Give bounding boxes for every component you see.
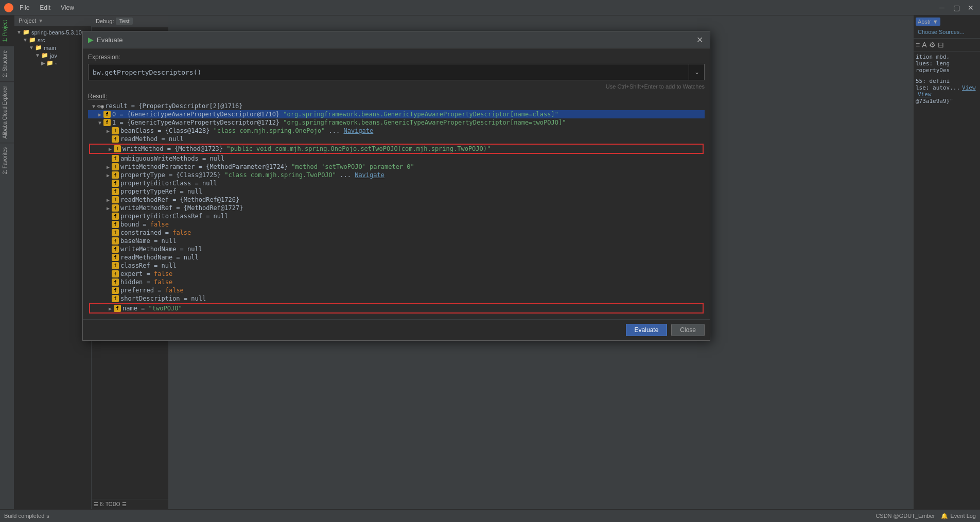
result-item-0[interactable]: f 0 = {GenericTypeAwarePropertyDescripto… — [88, 110, 705, 118]
dialog-close-button[interactable]: ✕ — [694, 34, 705, 45]
result-writemethod[interactable]: f writeMethod = {Method@1723} "public vo… — [89, 144, 704, 154]
right-panel-settings-icon[interactable]: ⚙ — [929, 41, 936, 49]
tree-item-main[interactable]: ▼ 📁 main — [14, 44, 91, 51]
item1-expand[interactable] — [96, 120, 103, 126]
propertytype-expand[interactable] — [104, 172, 112, 178]
dialog-titlebar: ▶ Evaluate ✕ — [83, 31, 710, 48]
maximize-button[interactable]: ▢ — [951, 3, 961, 13]
propertytype-navigate-link[interactable]: Navigate — [355, 171, 384, 179]
writemethod-expand[interactable] — [107, 146, 114, 152]
result-hidden[interactable]: f hidden = false — [88, 278, 705, 286]
result-expert[interactable]: f expert = false — [88, 270, 705, 278]
evaluate-icon: ▶ — [88, 36, 94, 44]
menu-file[interactable]: File — [18, 3, 31, 12]
result-writemethodref[interactable]: f writeMethodRef = {MethodRef@1727} — [88, 204, 705, 212]
dialog-title-left: ▶ Evaluate — [88, 36, 123, 44]
dialog-title-text: Evaluate — [97, 36, 123, 44]
field-icon-expert: f — [112, 270, 119, 277]
result-bound[interactable]: f bound = false — [88, 220, 705, 229]
tree-item-root[interactable]: ▼ 📁 spring-beans-5.3.10 — [14, 28, 91, 36]
result-item-1[interactable]: f 1 = {GenericTypeAwarePropertyDescripto… — [88, 118, 705, 127]
right-panel-translate-icon[interactable]: A — [922, 41, 926, 49]
result-root-row[interactable]: ∞◉ result = {PropertyDescriptor[2]@1716} — [88, 102, 705, 110]
expression-expand-btn[interactable]: ⌄ — [689, 64, 704, 80]
root-expand-arrow[interactable] — [90, 103, 97, 109]
shortdesc-text: shortDescription = null — [120, 295, 206, 302]
basename-text: baseName = null — [120, 237, 176, 245]
writemethod-text: writeMethod = {Method@1723} "public void… — [122, 145, 491, 152]
tree-item-java[interactable]: ▼ 📁 jav — [14, 51, 91, 59]
item0-expand[interactable] — [96, 112, 103, 117]
title-bar: File Edit View ─ ▢ ✕ — [0, 0, 980, 15]
menu-edit[interactable]: Edit — [38, 3, 52, 12]
readmethodref-expand[interactable] — [104, 197, 112, 203]
result-proptyperef[interactable]: f propertyTypeRef = null — [88, 187, 705, 196]
writemethodparam-expand[interactable] — [104, 164, 112, 170]
status-bar: Build completed s CSDN @GDUT_Ember 🔔 Eve… — [0, 509, 980, 522]
field-icon-0: f — [103, 111, 111, 118]
expression-input-row: ⌄ — [88, 64, 705, 80]
beanclass-navigate-link[interactable]: Navigate — [344, 127, 374, 134]
debug-tab[interactable]: Test — [116, 18, 132, 25]
favorites-tab[interactable]: 2: Favorites — [0, 143, 14, 178]
choose-sources-link[interactable]: Choose Sources... — [916, 28, 967, 36]
right-panel-list-icon[interactable]: ≡ — [916, 41, 920, 49]
result-basename[interactable]: f baseName = null — [88, 237, 705, 245]
result-constrained[interactable]: f constrained = false — [88, 229, 705, 237]
project-dropdown-icon[interactable]: ▼ — [38, 18, 43, 24]
field-icon-basename: f — [112, 237, 119, 245]
field-icon-readmethod: f — [112, 135, 119, 143]
ambiguous-text: ambiguousWriteMethods = null — [120, 155, 224, 162]
field-icon-writemethodname: f — [112, 246, 119, 253]
result-beanclass[interactable]: f beanClass = {Class@1428} "class com.mj… — [88, 127, 705, 135]
expression-input[interactable] — [89, 65, 689, 79]
writemethodparam-text: writeMethodParameter = {MethodParameter@… — [120, 163, 414, 170]
menu-bar[interactable]: File Edit View — [18, 3, 76, 12]
result-writemethodparam[interactable]: f writeMethodParameter = {MethodParamete… — [88, 163, 705, 171]
evaluate-button[interactable]: Evaluate — [626, 324, 668, 336]
field-icon-propeditorclass: f — [112, 180, 119, 187]
name-expand[interactable] — [107, 306, 114, 311]
result-ambiguous[interactable]: f ambiguousWriteMethods = null — [88, 154, 705, 163]
constrained-text: constrained = false — [120, 229, 191, 236]
abstract-tab[interactable]: Abstr ▼ — [916, 18, 940, 26]
project-tab[interactable]: 1: Project — [0, 15, 14, 46]
result-propeditorclass[interactable]: f propertyEditorClass = null — [88, 179, 705, 187]
right-panel-content: ition mbd, lues: leng ropertyDes 55: def… — [914, 51, 980, 509]
close-dialog-button[interactable]: Close — [671, 324, 705, 336]
beanclass-expand[interactable] — [104, 128, 112, 134]
app-logo — [4, 3, 13, 12]
right-panel-toolbar: Abstr ▼ Choose Sources... — [914, 15, 980, 39]
classref-text: classRef = null — [120, 262, 176, 269]
minimize-button[interactable]: ─ — [937, 3, 947, 13]
result-preferred[interactable]: f preferred = false — [88, 286, 705, 294]
view-link-2[interactable]: View — [918, 91, 932, 98]
result-writemethodname[interactable]: f writeMethodName = null — [88, 245, 705, 253]
result-shortdesc[interactable]: f shortDescription = null — [88, 294, 705, 303]
writemethodref-expand[interactable] — [104, 205, 112, 211]
result-propertytype[interactable]: f propertyType = {Class@1725} "class com… — [88, 171, 705, 179]
field-icon-readmethodref: f — [112, 196, 119, 203]
field-icon-classref: f — [112, 262, 119, 269]
tree-item-sub[interactable]: ▶ 📁 ◦ — [14, 59, 91, 67]
project-panel: Project ▼ ▼ 📁 spring-beans-5.3.10 ▼ 📁 sr… — [14, 15, 92, 509]
tree-item-src[interactable]: ▼ 📁 src — [14, 36, 91, 44]
result-readmethodname[interactable]: f readMethodName = null — [88, 253, 705, 262]
event-log-item[interactable]: 🔔 Event Log — [941, 513, 976, 519]
right-panel-filter-icon[interactable]: ⊟ — [938, 41, 944, 49]
alibaba-tab[interactable]: Alibaba Cloud Explorer — [0, 81, 14, 143]
result-propeditorclassref[interactable]: f propertyEditorClassRef = null — [88, 212, 705, 220]
code-line-1: ition mbd, — [916, 54, 978, 60]
result-classref[interactable]: f classRef = null — [88, 262, 705, 270]
todo-tab[interactable]: ☰ 6: TODO ☰ — [94, 501, 127, 507]
expression-label: Expression: — [88, 54, 705, 61]
csdn-text: CSDN @GDUT_Ember — [876, 513, 935, 519]
result-readmethodref[interactable]: f readMethodRef = {MethodRef@1726} — [88, 196, 705, 204]
menu-view[interactable]: View — [59, 3, 76, 12]
result-name[interactable]: f name = "twoPOJO" — [89, 303, 704, 314]
result-readmethod[interactable]: f readMethod = null — [88, 135, 705, 143]
proptyperef-text: propertyTypeRef = null — [120, 188, 202, 195]
view-link-1[interactable]: View — [962, 84, 976, 91]
close-button[interactable]: ✕ — [966, 3, 976, 13]
structure-tab[interactable]: 2: Structure — [0, 46, 14, 81]
